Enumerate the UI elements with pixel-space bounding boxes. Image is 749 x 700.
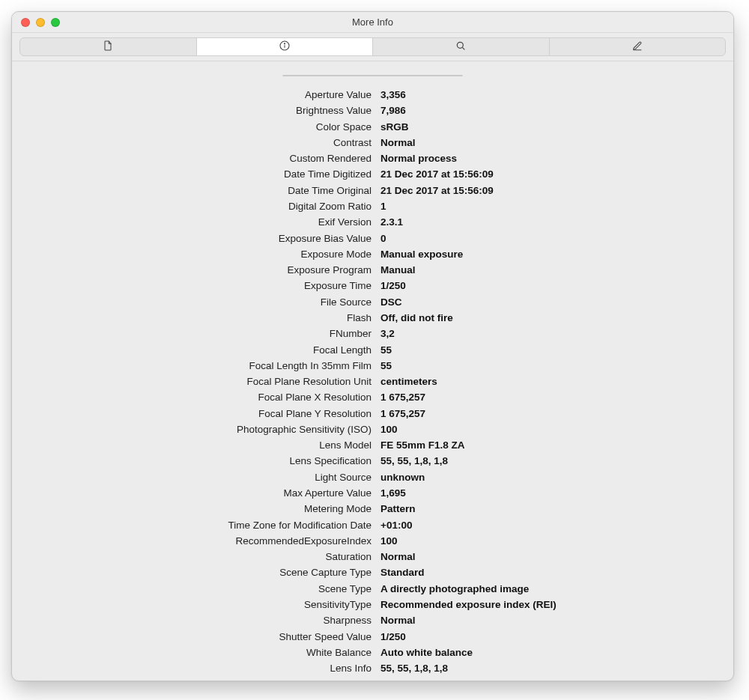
exif-label: Lens Model [12,439,372,453]
exif-label: Focal Length [12,344,372,358]
exif-label: RecommendedExposureIndex [12,535,372,549]
close-window-button[interactable] [21,18,30,27]
exif-value: Normal [380,550,733,564]
svg-point-2 [284,43,285,44]
exif-value: Standard [380,566,733,580]
zoom-window-button[interactable] [51,18,60,27]
exif-label: Lens Info [12,662,372,676]
exif-label: Time Zone for Modification Date [12,519,372,533]
exif-label: Date Time Digitized [12,168,372,182]
exif-properties-grid: Aperture Value3,356Brightness Value7,986… [12,88,733,681]
exif-label: Shutter Speed Value [12,630,372,645]
toolbar-segmented-control [19,37,726,56]
exif-value: 55 [380,344,733,358]
exif-label: Sharpness [12,614,372,628]
exif-label: Aperture Value [12,88,372,103]
titlebar: More Info [12,12,733,33]
exif-value: 3,356 [380,88,733,103]
exif-value: Normal [380,614,733,628]
exif-label: Exposure Program [12,264,372,278]
document-icon [102,40,114,54]
window-title: More Info [12,16,733,28]
window-controls [12,18,60,27]
exif-label: Max Aperture Value [12,487,372,501]
exif-value: Normal process [380,152,733,166]
exif-label: Lens Model [12,678,372,681]
exif-label: Focal Plane Y Resolution [12,407,372,421]
toolbar-tab-document[interactable] [20,38,197,55]
exif-label: Saturation [12,550,372,564]
exif-label: Photographic Sensitivity (ISO) [12,423,372,437]
exif-label: Light Source [12,471,372,485]
exif-value: FE 55mm F1.8 ZA [380,439,733,453]
exif-value: Manual exposure [380,248,733,262]
exif-label: Brightness Value [12,104,372,118]
exif-value: Auto white balance [380,646,733,660]
toolbar-tab-info[interactable] [197,38,374,55]
exif-value: +01:00 [380,519,733,533]
exif-label: FNumber [12,327,372,341]
exif-value: unknown [380,471,733,485]
exif-value: 100 [380,423,733,437]
exif-label: Lens Specification [12,454,372,469]
exif-label: Exposure Bias Value [12,232,372,246]
exif-label: Scene Capture Type [12,566,372,580]
exif-value: DSC [380,296,733,310]
search-icon [455,40,467,54]
exif-label: Contrast [12,136,372,150]
exif-value: Manual [380,264,733,278]
toolbar-tab-search[interactable] [373,38,550,55]
exif-label: Color Space [12,121,372,135]
exif-value: 1,695 [380,487,733,501]
metadata-tabs: General Exif IPTC TIFF [282,75,464,76]
exif-label: Exif Version [12,216,372,230]
exif-value: centimeters [380,375,733,389]
exif-value: Off, did not fire [380,311,733,326]
exif-value: 1/250 [380,279,733,293]
exif-label: Focal Plane X Resolution [12,391,372,405]
exif-value: 1/250 [380,630,733,645]
exif-value: 55, 55, 1,8, 1,8 [380,662,733,676]
exif-value: 21 Dec 2017 at 15:56:09 [380,184,733,198]
minimize-window-button[interactable] [36,18,45,27]
svg-line-4 [463,47,465,49]
info-icon [279,40,291,54]
exif-label: White Balance [12,646,372,660]
exif-label: Exposure Time [12,279,372,293]
exif-value: 55 [380,359,733,374]
more-info-window: More Info [11,11,734,681]
exif-label: Exposure Mode [12,248,372,262]
exif-value: Pattern [380,502,733,517]
exif-label: File Source [12,296,372,310]
exif-value: 7,986 [380,104,733,118]
pencil-icon [631,40,643,54]
exif-label: SensitivityType [12,598,372,612]
exif-value: Recommended exposure index (REI) [380,598,733,612]
exif-value: 2.3.1 [380,216,733,230]
exif-value: 21 Dec 2017 at 15:56:09 [380,168,733,182]
exif-label: Focal Length In 35mm Film [12,359,372,374]
toolbar-tab-edit[interactable] [550,38,726,55]
exif-label: Digital Zoom Ratio [12,200,372,214]
exif-label: Scene Type [12,582,372,597]
toolbar [12,33,733,61]
exif-value: 1 [380,200,733,214]
exif-value: FE 55mm F1.8 ZA [380,678,733,681]
exif-value: 1 675,257 [380,391,733,405]
exif-value: A directly photographed image [380,582,733,597]
exif-label: Custom Rendered [12,152,372,166]
exif-label: Focal Plane Resolution Unit [12,375,372,389]
exif-value: sRGB [380,121,733,135]
exif-value: 100 [380,535,733,549]
exif-value: Normal [380,136,733,150]
exif-value: 55, 55, 1,8, 1,8 [380,454,733,469]
content-area: General Exif IPTC TIFF Aperture Value3,3… [12,61,733,681]
exif-value: 1 675,257 [380,407,733,421]
svg-point-3 [458,42,464,48]
exif-label: Flash [12,311,372,326]
exif-label: Date Time Original [12,184,372,198]
exif-label: Metering Mode [12,502,372,517]
exif-value: 3,2 [380,327,733,341]
exif-value: 0 [380,232,733,246]
